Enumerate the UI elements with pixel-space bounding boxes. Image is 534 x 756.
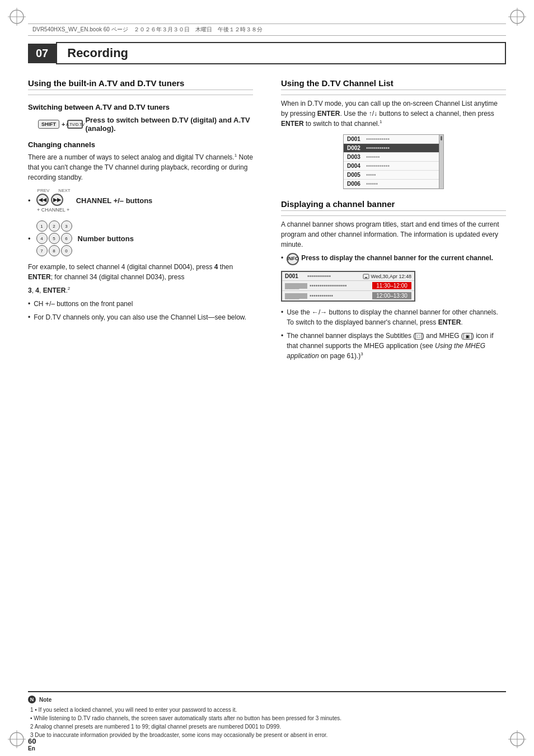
number-buttons-diagram: • 1 2 3 4 5 6 7 8 0 Number buttons	[28, 218, 253, 259]
channel-plus-minus-label: + CHANNEL +	[36, 207, 71, 213]
chapter-number: 07	[28, 44, 56, 63]
example-para2: 3, 4, ENTER.2	[28, 285, 253, 295]
dtv-channel-list-para: When in D.TV mode, you can call up the o…	[281, 98, 506, 129]
banner-row-2: ████ ••••••••••••••••••• 11:30–12:00	[282, 281, 414, 291]
title-divider	[28, 95, 253, 95]
notes-section: N Note 1 • If you select a locked channe…	[28, 691, 506, 739]
banner-row-1: D001 •••••••••••• Wed,30,Apr 12:48	[282, 272, 414, 281]
bullet-dot2: •	[28, 234, 31, 243]
num-4: 4	[36, 233, 48, 244]
note-line-3: 2 Analog channel presets are numbered 1 …	[28, 722, 506, 731]
banner-dots-3: ••••••••••••	[310, 293, 372, 299]
banner-ch-id: D001	[285, 273, 307, 279]
right-column: Using the D.TV Channel List When in D.TV…	[275, 78, 506, 700]
note-line-2: • While listening to D.TV radio channels…	[28, 714, 506, 722]
switch-label: Press to switch between D.TV (digital) a…	[85, 116, 253, 133]
section3-divider	[281, 95, 506, 95]
next-label: NEXT	[58, 188, 70, 193]
next-btn: ▶▶	[51, 194, 63, 206]
changing-channels-para: There are a number of ways to select ana…	[28, 152, 253, 182]
svg-rect-13	[365, 277, 367, 278]
corner-mark-bl	[6, 728, 28, 750]
channel-buttons-diagram: • PREV NEXT ◀◀ ▶▶ + CHANNEL + CHANNEL +/…	[28, 188, 253, 213]
banner-dots-1: ••••••••••••	[307, 273, 363, 279]
bullet-dot: •	[28, 196, 31, 205]
dtv-channel-list-title: Using the D.TV Channel List	[281, 78, 506, 90]
top-bar-text: DVR540HXS_WV_EN.book 60 ページ ２０２６年３月３０日 木…	[32, 26, 263, 32]
channel-btn-label: CHANNEL +/– buttons	[76, 196, 153, 205]
info-button-bullet: • INFO Press to display the channel bann…	[281, 253, 506, 265]
ch-list-rows: D001 •••••••••••• D002 •••••••••••• D003…	[344, 135, 439, 189]
info-button-icon: INFO	[287, 253, 299, 265]
banner-time-1: 11:30–12:00	[372, 282, 411, 289]
top-bar: DVR540HXS_WV_EN.book 60 ページ ２０２６年３月３０日 木…	[28, 24, 506, 36]
dtv-channel-list-bullet: • For D.TV channels only, you can also u…	[28, 312, 253, 322]
num-6: 6	[61, 233, 72, 244]
shift-key: SHIFT	[38, 120, 59, 129]
note-line-4: 3 Due to inaccurate information provided…	[28, 731, 506, 739]
banner-prog-2: ████	[285, 293, 307, 299]
banner-date-time: Wed,30,Apr 12:48	[363, 274, 411, 279]
atv-key: A.TV/D.TV	[67, 120, 83, 129]
corner-mark-br	[506, 728, 528, 750]
channel-list-box: D001 •••••••••••• D002 •••••••••••• D003…	[343, 134, 444, 189]
ch-row-d004: D004 ••••••••••••	[344, 162, 439, 171]
press-banner-label: Press to display the channel banner for …	[301, 253, 493, 263]
page-number: 60 En	[28, 737, 36, 752]
num-2: 2	[49, 220, 60, 232]
channel-banner-para: A channel banner shows program titles, s…	[281, 219, 506, 250]
example-para: For example, to select channel 4 (digita…	[28, 262, 253, 282]
num-0: 0	[61, 245, 72, 256]
ch-row-d002: D002 ••••••••••••	[344, 144, 439, 153]
key-combo: SHIFT + A.TV/D.TV Press to switch betwee…	[38, 116, 253, 133]
note-label: Note	[39, 697, 51, 703]
banner-prog-1: ████	[285, 283, 307, 289]
corner-mark-tl	[6, 6, 28, 28]
banner-dots-2: •••••••••••••••••••	[310, 283, 372, 289]
changing-channels-subtitle: Changing channels	[28, 140, 253, 149]
prev-next-labels: PREV NEXT	[36, 188, 71, 193]
note-line-1: 1 • If you select a locked channel, you …	[28, 706, 506, 714]
plus-sign: +	[62, 121, 65, 128]
channel-btn-row: ◀◀ ▶▶	[36, 194, 71, 206]
ch-list-scrollbar	[439, 135, 443, 189]
number-grid: 1 2 3 4 5 6 7 8 0	[36, 220, 72, 256]
ch-row-d006: D006 ••••••	[344, 180, 439, 189]
prev-next-group: PREV NEXT ◀◀ ▶▶ + CHANNEL +	[36, 188, 71, 213]
channel-banner-box: D001 •••••••••••• Wed,30,Apr 12:48 ████ …	[281, 271, 415, 302]
banner-time-2: 12:00–13:30	[372, 292, 411, 299]
left-column: Using the built-in A.TV and D.TV tuners …	[28, 78, 259, 700]
corner-mark-tr	[506, 6, 528, 28]
content-area: Using the built-in A.TV and D.TV tuners …	[28, 78, 506, 700]
channel-banner-title: Displaying a channel banner	[281, 199, 506, 211]
subtitles-icon: □	[415, 333, 421, 340]
main-section-title: Using the built-in A.TV and D.TV tuners	[28, 78, 253, 90]
chapter-title: Recording	[56, 42, 506, 64]
switching-subtitle: Switching between A.TV and D.TV tuners	[28, 103, 253, 111]
num-3: 3	[61, 220, 72, 232]
banner-bullet-1: • Use the ←/→ buttons to display the cha…	[281, 307, 506, 327]
prev-btn: ◀◀	[36, 194, 49, 206]
ch-row-d001: D001 ••••••••••••	[344, 135, 439, 144]
ch-front-panel-bullet: • CH +/– buttons on the front panel	[28, 299, 253, 309]
note-header: N Note	[28, 696, 506, 703]
note-icon: N	[28, 696, 36, 703]
chapter-header: 07 Recording	[28, 42, 506, 64]
num-5: 5	[49, 233, 60, 244]
section4-divider	[281, 215, 506, 216]
ch-row-d005: D005 •••••	[344, 171, 439, 180]
banner-bullet-2: • The channel banner displays the Subtit…	[281, 331, 506, 361]
num-8: 8	[49, 245, 60, 256]
banner-row-3: ████ •••••••••••• 12:00–13:30	[282, 291, 414, 300]
ch-row-d003: D003 •••••••	[344, 153, 439, 162]
num-1: 1	[36, 220, 48, 232]
prev-label: PREV	[38, 188, 50, 193]
ch-list-inner: D001 •••••••••••• D002 •••••••••••• D003…	[344, 135, 443, 189]
mheg-icon: ▣	[463, 333, 472, 340]
num-7: 7	[36, 245, 48, 256]
number-btn-label: Number buttons	[78, 234, 134, 243]
